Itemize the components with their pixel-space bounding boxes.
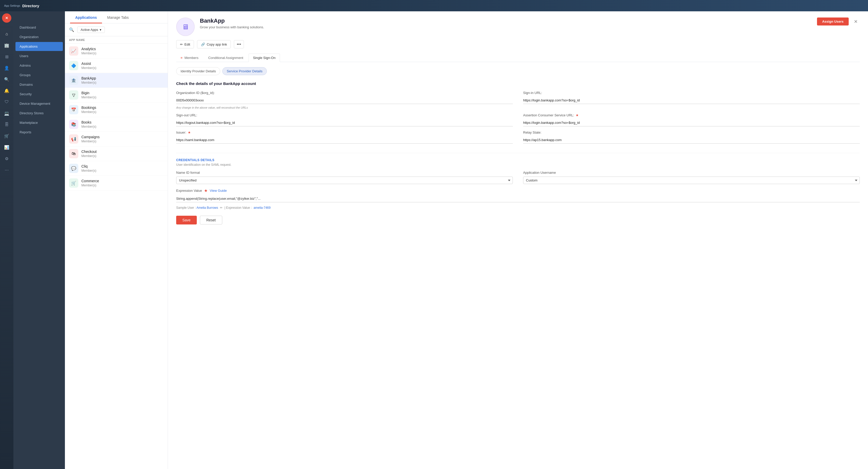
- nav-icon-bell[interactable]: 🔔: [2, 86, 11, 95]
- app-icon-bankapp: 🏦: [69, 76, 78, 85]
- acs-label-text: Assertion Consumer Service URL:: [523, 113, 574, 117]
- tab-manage-tabs[interactable]: Manage Tabs: [102, 11, 134, 24]
- main-area: ✕ ⌂ 🏢 ⊞ 👤 🔍 🔔 🛡 💻 🗄 🛒 📊 ⚙ ⋯ Dashboard: [0, 11, 868, 469]
- nav-icon-more[interactable]: ⋯: [2, 165, 11, 174]
- app-row-campaigns[interactable]: 📢 Campaigns Member(s): [65, 132, 168, 146]
- issuer-input[interactable]: [176, 136, 513, 144]
- active-apps-filter[interactable]: Active Apps ▾: [77, 27, 105, 33]
- top-bar-subtitle: App Settings: [4, 4, 20, 7]
- search-icon[interactable]: 🔍: [69, 27, 74, 32]
- tab-conditional-assignment[interactable]: Conditional Assignment: [204, 54, 248, 62]
- app-sub-books: Member(s): [82, 125, 163, 129]
- reset-button[interactable]: Reset: [200, 216, 222, 225]
- sidebar-item-reports[interactable]: Reports: [16, 128, 63, 137]
- app-username-group: Application Username Custom Email Userna…: [523, 171, 860, 184]
- app-row-cliq[interactable]: 💬 Cliq Member(s): [65, 161, 168, 176]
- app-row-bigin[interactable]: ▽ Bigin Member(s): [65, 88, 168, 102]
- sidebar-item-applications[interactable]: Applications: [16, 42, 63, 51]
- more-actions-button[interactable]: •••: [234, 40, 244, 48]
- edit-user-icon[interactable]: ✏: [220, 206, 222, 209]
- copy-app-link-button[interactable]: 🔗 Copy app link: [197, 40, 231, 48]
- close-button[interactable]: ✕: [852, 18, 860, 26]
- form-grid-row3: Issuer: ★ Relay State:: [176, 131, 860, 144]
- app-sub-cliq: Member(s): [82, 169, 163, 172]
- sidebar-item-users[interactable]: Users: [16, 52, 63, 61]
- relay-state-group: Relay State:: [523, 131, 860, 144]
- edit-label: Edit: [184, 42, 190, 46]
- sidebar-item-security[interactable]: Security: [16, 90, 63, 99]
- app-row-analytics[interactable]: 📈 Analytics Member(s): [65, 44, 168, 59]
- app-info-checkout: Checkout Member(s): [82, 149, 163, 158]
- app-logo[interactable]: ✕: [2, 13, 11, 23]
- view-guide-link[interactable]: View Guide: [210, 189, 227, 193]
- issuer-label: Issuer: ★: [176, 131, 513, 134]
- app-icon-bookings: 📅: [69, 105, 78, 114]
- app-info-assist: Assist Member(s): [82, 62, 163, 70]
- acs-url-input[interactable]: [523, 119, 860, 126]
- app-info-books: Books Member(s): [82, 120, 163, 129]
- sign-in-url-input[interactable]: [523, 97, 860, 104]
- sidebar-item-admins[interactable]: Admins: [16, 61, 63, 70]
- relay-state-input[interactable]: [523, 136, 860, 144]
- members-tab-label: Members: [184, 56, 198, 60]
- app-icon-books: 📚: [69, 120, 78, 129]
- search-filter-row: 🔍 Active Apps ▾: [65, 24, 168, 36]
- tab-members[interactable]: ≡ Members: [176, 54, 203, 62]
- sidebar-item-marketplace[interactable]: Marketplace: [16, 118, 63, 127]
- sub-tab-sp[interactable]: Service Provider Details: [222, 67, 267, 75]
- sidebar-item-dashboard[interactable]: Dashboard: [16, 23, 63, 32]
- nav-icon-home[interactable]: ⌂: [2, 29, 11, 39]
- nav-icon-chart[interactable]: 📊: [2, 143, 11, 152]
- save-button[interactable]: Save: [176, 216, 197, 225]
- nav-icon-shield[interactable]: 🛡: [2, 97, 11, 107]
- nav-icon-market[interactable]: 🛒: [2, 131, 11, 140]
- detail-tabs: ≡ Members Conditional Assignment Single …: [176, 54, 860, 62]
- edit-button[interactable]: ✏ Edit: [176, 40, 194, 48]
- nav-icon-device[interactable]: 💻: [2, 109, 11, 118]
- app-sub-checkout: Member(s): [82, 154, 163, 158]
- app-row-bankapp[interactable]: 🏦 BankApp Member(s): [65, 73, 168, 88]
- expression-value-input[interactable]: [176, 195, 860, 202]
- detail-header: 🖥 BankApp Grow your business with bankin…: [176, 18, 860, 36]
- app-sub-bookings: Member(s): [82, 110, 163, 114]
- sample-user-row: Sample User : Amelia Burrows ✏ | Express…: [176, 206, 860, 209]
- assign-users-button[interactable]: Assign Users: [817, 18, 849, 26]
- app-name-cliq: Cliq: [82, 164, 163, 168]
- sub-tab-idp[interactable]: Identity Provider Details: [176, 67, 220, 75]
- filter-label: Active Apps: [81, 28, 98, 32]
- top-bar: App Settings Directory: [0, 0, 868, 11]
- nav-icon-settings[interactable]: ⚙: [2, 154, 11, 163]
- sample-user-link[interactable]: Amelia Burrows: [196, 206, 218, 209]
- issuer-group: Issuer: ★: [176, 131, 513, 144]
- tab-single-sign-on[interactable]: Single Sign-On: [249, 54, 280, 62]
- sidebar-item-organization[interactable]: Organization: [16, 32, 63, 41]
- app-row-checkout[interactable]: 🛍 Checkout Member(s): [65, 146, 168, 161]
- sample-user-prefix: Sample User :: [176, 206, 196, 209]
- app-name-assist: Assist: [82, 62, 163, 66]
- sidebar-item-device-management[interactable]: Device Management: [16, 99, 63, 108]
- nav-icon-apps[interactable]: ⊞: [2, 52, 11, 61]
- sidebar-item-directory-stores[interactable]: Directory Stores: [16, 109, 63, 118]
- app-info-campaigns: Campaigns Member(s): [82, 135, 163, 143]
- app-row-commerce[interactable]: 🛒 Commerce Member(s): [65, 176, 168, 191]
- nav-icon-org[interactable]: 🏢: [2, 41, 11, 50]
- app-sub-commerce: Member(s): [82, 183, 163, 187]
- nav-icon-search[interactable]: 🔍: [2, 75, 11, 84]
- sidebar-item-domains[interactable]: Domains: [16, 80, 63, 89]
- app-row-books[interactable]: 📚 Books Member(s): [65, 117, 168, 132]
- nav-icon-users[interactable]: 👤: [2, 63, 11, 73]
- sign-out-url-input[interactable]: [176, 119, 513, 126]
- action-bar: ✏ Edit 🔗 Copy app link •••: [176, 40, 860, 48]
- app-row-bookings[interactable]: 📅 Bookings Member(s): [65, 102, 168, 117]
- app-name-bigin: Bigin: [82, 91, 163, 95]
- app-row-assist[interactable]: 🔷 Assist Member(s): [65, 59, 168, 73]
- nav-sidebar: Dashboard Organization Applications User…: [13, 11, 65, 469]
- nav-icon-store[interactable]: 🗄: [2, 120, 11, 129]
- app-username-select[interactable]: Custom Email Username: [523, 176, 860, 184]
- org-id-input[interactable]: [176, 97, 513, 104]
- credentials-title: CREDENTIALS DETAILS: [176, 158, 860, 162]
- tab-applications[interactable]: Applications: [70, 11, 102, 24]
- sidebar-item-groups[interactable]: Groups: [16, 70, 63, 79]
- form-actions: Save Reset: [176, 216, 860, 225]
- name-id-format-select[interactable]: Unspecified Email Address Persistent Tra…: [176, 176, 513, 184]
